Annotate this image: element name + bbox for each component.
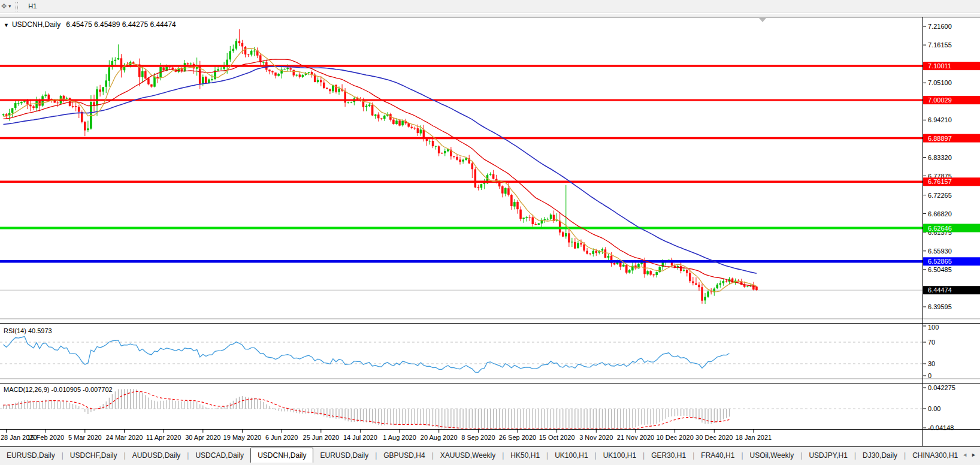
candle-body [435, 146, 437, 147]
chart-title: ▼USDCNH,Daily6.45475 6.45489 6.44275 6.4… [4, 20, 176, 29]
macd-label: MACD(12,26,9) -0.010905 -0.007702 [4, 386, 113, 393]
candle-body [411, 127, 413, 128]
candle-body [217, 69, 219, 70]
rsi-label: RSI(14) 40.5973 [4, 327, 52, 334]
candle-body [184, 63, 186, 71]
candle-body [710, 292, 712, 292]
chart-canvas[interactable]: ▼USDCNH,Daily6.45475 6.45489 6.44275 6.4… [0, 17, 980, 446]
candle-body [102, 87, 104, 91]
candle-body [190, 64, 192, 64]
candle-body [220, 69, 222, 70]
candle-body [150, 84, 153, 87]
mt4-window: ✥ ▾ M1M5M15M30H1H4D1W1MN ▼USDCNH,Daily6.… [0, 0, 980, 465]
chart-tab-usoil-weekly[interactable]: USOil,Weekly [743, 449, 801, 462]
candle-body [498, 183, 501, 186]
candle-body [317, 80, 319, 82]
candle-body [326, 88, 328, 89]
candle-body [574, 242, 576, 249]
candle-body [619, 262, 622, 267]
candle-body [423, 130, 425, 138]
candle-body [465, 158, 467, 160]
candle-body [105, 80, 107, 87]
timeframe-button-h1[interactable]: H1 [23, 1, 46, 12]
candle-body [108, 67, 110, 81]
chart-tab-usdcnh-daily[interactable]: USDCNH,Daily [250, 448, 313, 463]
candle-body [99, 89, 101, 92]
candle-body [613, 263, 616, 264]
chart-tab-usdcad-daily[interactable]: USDCAD,Daily [189, 449, 250, 462]
candle-body [365, 106, 368, 108]
candle-body [704, 297, 706, 301]
chart-tab-usdchf-daily[interactable]: USDCHF,Daily [63, 449, 124, 462]
chart-tab-dj30-daily[interactable]: DJ30,Daily [856, 449, 904, 462]
candle-body [277, 74, 280, 76]
candle-body [586, 251, 588, 254]
chart-tab-xauusd-weekly[interactable]: XAUUSD,Weekly [434, 449, 502, 462]
candle-body [283, 69, 286, 70]
chart-tab-fra40-h1[interactable]: FRA40,H1 [694, 449, 741, 462]
candle-body [72, 106, 74, 107]
candle-body [417, 128, 419, 133]
chart-tab-ger30-h1[interactable]: GER30,H1 [645, 449, 692, 462]
candle-body [293, 70, 295, 76]
candle-body [625, 265, 628, 273]
candle-body [701, 287, 703, 301]
time-axis[interactable] [0, 430, 922, 446]
tabs-scroll-right-icon[interactable]: ► [969, 451, 978, 459]
toolbar-grip-handle[interactable] [16, 2, 18, 11]
chart-tab-gbpusd-h4[interactable]: GBPUSD,H4 [377, 449, 431, 462]
chart-tab-china300-h1[interactable]: CHINA300,H1 [906, 449, 958, 462]
chart-tab-usdjpy-h1[interactable]: USDJPY,H1 [802, 449, 854, 462]
tab-scroll-arrows: ◄ ► [960, 447, 980, 463]
chart-tab-uk100-h1[interactable]: UK100,H1 [548, 449, 594, 462]
candle-body [535, 224, 537, 225]
candle-body [296, 75, 298, 76]
candle-body [117, 58, 120, 59]
candle-body [656, 272, 658, 275]
candle-body [380, 119, 383, 119]
candle-body [646, 271, 649, 274]
chart-tab-eurusd-daily[interactable]: EURUSD,Daily [0, 449, 62, 462]
chart-tab-hk50-h1[interactable]: HK50,H1 [504, 449, 546, 462]
candle-body [371, 105, 374, 116]
candle-body [398, 120, 401, 125]
candle-body [96, 89, 98, 105]
candle-body [595, 251, 598, 253]
chart-tab-eurusd-daily[interactable]: EURUSD,Daily [313, 449, 375, 462]
pointer-icon: ✥ [1, 2, 7, 10]
price-axis[interactable] [922, 17, 980, 446]
candle-body [680, 266, 682, 271]
candle-body [232, 49, 235, 52]
tabs-scroll-left-icon[interactable]: ◄ [960, 451, 969, 459]
candle-body [250, 51, 253, 55]
candle-body [649, 271, 652, 274]
candle-body [513, 202, 516, 206]
candle-body [114, 60, 117, 61]
candle-body [329, 89, 331, 91]
candle-body [81, 112, 83, 122]
candle-body [568, 233, 570, 242]
candle-body [48, 95, 50, 99]
chevron-down-icon: ▾ [8, 4, 11, 9]
candle-body [453, 156, 455, 156]
candle-body [628, 270, 631, 273]
chart-tab-audusd-daily[interactable]: AUDUSD,Daily [126, 449, 187, 462]
candle-body [5, 114, 8, 116]
candle-body [323, 83, 325, 88]
candle-body [29, 105, 32, 107]
candle-body [156, 77, 159, 78]
chart-tab-uk100-h1[interactable]: UK100,H1 [597, 449, 643, 462]
candle-body [577, 243, 579, 249]
chart-tabs-bar: EURUSD,Daily|USDCHF,Daily|AUDUSD,Daily|U… [0, 446, 980, 465]
candle-body [456, 157, 458, 160]
candle-body [716, 285, 719, 288]
candle-body [202, 77, 204, 84]
candle-body [75, 106, 77, 107]
chart-tool-dropdown[interactable]: ✥ ▾ [0, 2, 13, 10]
chart-tabs: EURUSD,Daily|USDCHF,Daily|AUDUSD,Daily|U… [0, 447, 958, 463]
candle-body [477, 187, 480, 188]
candle-body [32, 106, 35, 108]
candle-body [153, 77, 156, 87]
candle-body [229, 51, 231, 59]
candle-body [722, 281, 725, 283]
